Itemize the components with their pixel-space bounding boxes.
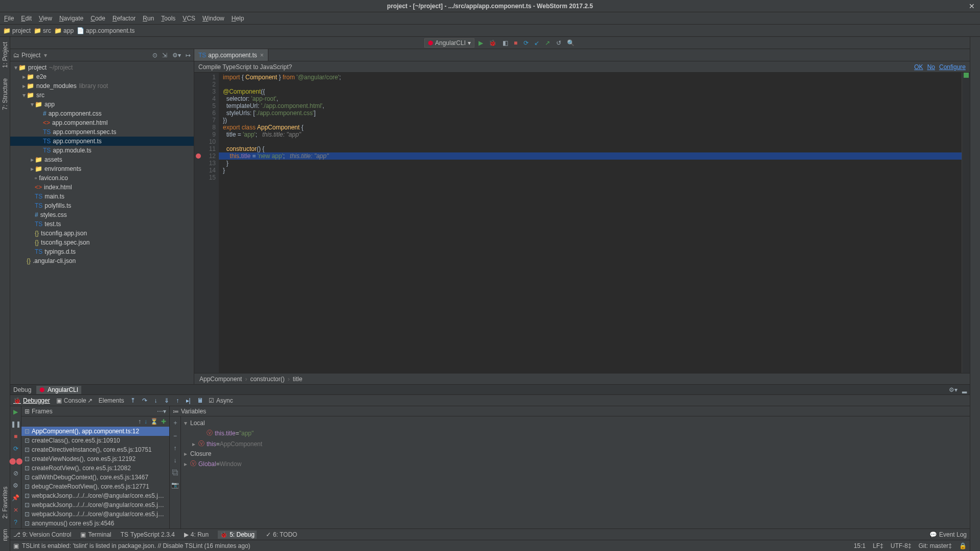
force-step-into-icon[interactable]: ⇓ (164, 397, 169, 404)
lock-icon[interactable]: 🔒 (959, 542, 967, 549)
stop-icon[interactable]: ■ (514, 39, 517, 47)
tree-item-tsconfig.app.json[interactable]: {}tsconfig.app.json (10, 229, 194, 238)
editor-crumb-AppComponent[interactable]: AppComponent (199, 376, 242, 383)
mute-bp-icon[interactable]: ⊘ (13, 470, 18, 477)
up-watch-icon[interactable]: ↑ (174, 445, 177, 452)
close-icon[interactable]: ✕ (13, 506, 18, 514)
status-gitmaster[interactable]: Git: master‡ (919, 542, 952, 549)
menu-view[interactable]: View (39, 15, 52, 22)
tree-item-e2e[interactable]: ▸📁e2e (10, 72, 194, 81)
tree-item-.angular-cli.json[interactable]: {}.angular-cli.json (10, 256, 194, 266)
menu-file[interactable]: File (4, 15, 14, 22)
evaluate-icon[interactable]: 🖩 (197, 397, 203, 404)
remove-watch-icon[interactable]: − (173, 432, 177, 439)
add-watch-icon[interactable]: ＋ (172, 418, 178, 427)
help-icon[interactable]: ? (14, 519, 17, 526)
left-tab-npm[interactable]: npm (2, 529, 9, 541)
tree-item-app.component.ts[interactable]: TSapp.component.ts (10, 137, 194, 146)
tree-item-polyfills.ts[interactable]: TSpolyfills.ts (10, 201, 194, 210)
frames-thread-selector[interactable]: ⋯▾ (157, 408, 166, 415)
frame-row[interactable]: ⊡AppComponent(), app.component.ts:12 (21, 427, 169, 436)
menu-tools[interactable]: Tools (161, 15, 175, 22)
rerun-icon[interactable]: ▶ (13, 408, 18, 415)
frame-up-icon[interactable]: ↑ (138, 418, 141, 425)
tree-item-tsconfig.spec.json[interactable]: {}tsconfig.spec.json (10, 238, 194, 247)
expand-icon[interactable]: ▾ (30, 101, 35, 108)
var-row[interactable]: ⓥthis.title = "app" (181, 428, 970, 438)
reload-icon[interactable]: ⟳ (13, 445, 18, 452)
hide-icon[interactable]: ↦ (186, 52, 191, 59)
menu-run[interactable]: Run (143, 15, 154, 22)
editor-crumb-title[interactable]: title (293, 376, 303, 383)
tree-item-typings.d.ts[interactable]: TStypings.d.ts (10, 247, 194, 256)
elements-tab[interactable]: Elements (99, 397, 124, 404)
menu-refactor[interactable]: Refactor (112, 15, 135, 22)
settings-icon[interactable]: ⚙ (13, 482, 18, 489)
frame-down-icon[interactable]: ↓ (144, 418, 147, 425)
frame-row[interactable]: ⊡createViewNodes(), core.es5.js:12192 (21, 454, 169, 464)
locate-icon[interactable]: ⊙ (152, 52, 157, 59)
tree-item-app.module.ts[interactable]: TSapp.module.ts (10, 146, 194, 155)
crumb-project[interactable]: 📁project (3, 27, 31, 34)
expand-icon[interactable]: ▸ (21, 82, 27, 90)
tree-item-index.html[interactable]: <>index.html (10, 183, 194, 192)
tool-debug[interactable]: 🐞5: Debug (218, 531, 257, 539)
tree-item-test.ts[interactable]: TStest.ts (10, 219, 194, 229)
frame-row[interactable]: ⊡anonymous() core es5 js:4546 (21, 519, 169, 528)
tree-item-app.component.html[interactable]: <>app.component.html (10, 118, 194, 127)
gear-icon[interactable]: ⚙▾ (949, 386, 958, 393)
step-into-icon[interactable]: ↓ (154, 397, 157, 404)
git-pull-icon[interactable]: ↙ (534, 39, 539, 47)
crumb-app.component.ts[interactable]: 📄app.component.ts (77, 27, 134, 34)
menu-edit[interactable]: Edit (21, 15, 32, 22)
frame-add-icon[interactable]: ✚ (161, 418, 166, 425)
git-push-icon[interactable]: ↗ (545, 39, 550, 47)
frame-row[interactable]: ⊡callWithDebugContext(), core.es5.js:134… (21, 473, 169, 482)
editor-tab-app-component[interactable]: TS app.component.ts × (194, 49, 268, 61)
expand-icon[interactable]: ▸ (184, 450, 190, 457)
var-row[interactable]: ▸ⓥGlobal = Window (181, 458, 970, 469)
console-tab[interactable]: ▣ Console ↗ (56, 397, 93, 404)
tool-versioncontrol[interactable]: ⎇9: Version Control (13, 531, 71, 538)
show-exec-icon[interactable]: ⤒ (130, 397, 135, 404)
status-lf[interactable]: LF‡ (873, 542, 883, 549)
tool-run[interactable]: ▶4: Run (184, 531, 209, 538)
expand-icon[interactable]: ▸ (192, 440, 198, 448)
status-151[interactable]: 15:1 (854, 542, 865, 549)
run-to-cursor-icon[interactable]: ▸| (186, 397, 191, 404)
tree-item-project[interactable]: ▾📁project~/project (10, 63, 194, 72)
debug-icon[interactable]: 🐞 (489, 39, 496, 47)
expand-icon[interactable]: ▸ (30, 165, 35, 172)
expand-icon[interactable]: ▾ (21, 92, 27, 99)
debug-config-tab[interactable]: ⬢ AngularCLI (36, 386, 81, 394)
frame-row[interactable]: ⊡webpackJsonp.../../../core/@angular/cor… (21, 510, 169, 519)
run-icon[interactable]: ▶ (478, 39, 483, 47)
history-icon[interactable]: ↺ (556, 39, 561, 47)
update-icon[interactable]: ⟳ (523, 39, 529, 47)
left-tab-project[interactable]: 1: Project (2, 42, 9, 68)
pause-icon[interactable]: ❚❚ (11, 421, 21, 428)
pin-icon[interactable]: 📌 (12, 494, 19, 501)
tree-item-app[interactable]: ▾📁app (10, 100, 194, 109)
tree-item-environments[interactable]: ▸📁environments (10, 164, 194, 173)
editor-gutter[interactable]: 123456789101112131415 (194, 73, 219, 373)
breakpoint-icon[interactable] (196, 153, 201, 159)
coverage-icon[interactable]: ◧ (503, 39, 508, 47)
settings-icon[interactable]: ⚙▾ (172, 52, 181, 59)
tree-item-styles.css[interactable]: #styles.css (10, 210, 194, 219)
tree-item-assets[interactable]: ▸📁assets (10, 155, 194, 164)
debugger-tab[interactable]: 🐞 Debugger (13, 397, 50, 404)
tree-item-src[interactable]: ▾📁src (10, 91, 194, 100)
frame-row[interactable]: ⊡webpackJsonp.../../../core/@angular/cor… (21, 491, 169, 500)
step-over-icon[interactable]: ↷ (142, 397, 147, 404)
copy-watch-icon[interactable]: ⿻ (172, 469, 178, 476)
editor-crumb-constructor()[interactable]: constructor() (250, 376, 284, 383)
expand-icon[interactable]: ▸ (184, 460, 190, 468)
frame-row[interactable]: ⊡createRootView(), core.es5.js:12082 (21, 464, 169, 473)
expand-icon[interactable]: ▾ (184, 420, 190, 427)
editor-markers[interactable] (962, 73, 970, 373)
search-icon[interactable]: 🔍 (567, 39, 575, 47)
compile-configure-link[interactable]: Configure (939, 63, 966, 71)
compile-no-link[interactable]: No (927, 63, 935, 71)
crumb-app[interactable]: 📁app (54, 27, 74, 34)
